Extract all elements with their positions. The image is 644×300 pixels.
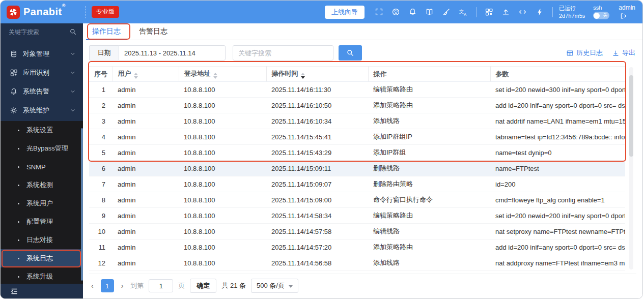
cell-login-address: 10.8.8.100 (179, 145, 266, 161)
cell-operation: 添加策略路由 (368, 98, 490, 113)
sort-icon-active[interactable] (301, 73, 305, 79)
sidebar-group-label: 系统维护 (23, 106, 65, 115)
cell-params: set id=200 newid=300 inif=any sport=0 dp… (490, 82, 625, 98)
pagination-bar: ‹ 1 › 到第 页 确定 共 21 条 500 条/页 (89, 274, 636, 293)
table-row: 5 admin 10.8.8.100 2025.11.14/15:43:29 添… (89, 145, 625, 161)
sidebar-group-object-mgmt[interactable]: 对象管理 (1, 44, 83, 63)
table-row: 11 admin 10.8.8.100 2025.11.14/14:57:20 … (89, 239, 625, 255)
uptime-value: 2d7h7m5s (559, 12, 585, 20)
onboarding-wizard-button[interactable]: 上线向导 (325, 6, 365, 19)
cell-operation: 编辑线路 (368, 224, 490, 239)
cell-user: admin (113, 113, 179, 129)
top-header: Panabit® 专业版 上线向导 文A 已运行 2d7h7m5s ssh (1, 1, 642, 23)
tab-operation-log[interactable]: 操作日志 (83, 23, 130, 40)
cell-login-address: 10.8.8.100 (179, 255, 266, 271)
sidebar-item-config-mgmt[interactable]: 配置管理 (1, 213, 83, 231)
cell-operation-time: 2025.11.14/14:56:58 (266, 255, 368, 271)
sidebar-item-bypass-mgmt[interactable]: 光Bypass管理 (1, 139, 83, 158)
col-header-operation-time[interactable]: 操作时间 (266, 67, 368, 82)
sidebar-group-app-identify[interactable]: 应用识别 (1, 63, 83, 82)
bullet-dot (18, 148, 19, 149)
ssh-toggle[interactable]: 关 (593, 12, 609, 19)
sidebar-item-system-log[interactable]: 系统日志 (1, 249, 83, 267)
col-header-user[interactable]: 用户 (113, 67, 179, 82)
sidebar-group-system-alarm[interactable]: 系统告警 (1, 82, 83, 101)
bell-icon (10, 87, 18, 96)
palette-icon[interactable] (389, 6, 403, 19)
keyword-search-input[interactable] (233, 45, 333, 61)
header-divider (85, 6, 86, 18)
search-icon[interactable] (69, 28, 77, 36)
confirm-button[interactable]: 确定 (190, 279, 216, 293)
goto-page-input[interactable] (149, 279, 173, 292)
cell-no: 5 (89, 145, 113, 161)
cell-user: admin (113, 176, 179, 192)
sidebar-search-input[interactable] (9, 28, 69, 36)
translate-icon[interactable]: 文A (457, 6, 470, 19)
cli-code-icon[interactable] (516, 6, 529, 19)
prev-page-button[interactable]: ‹ (89, 282, 96, 290)
history-log-link[interactable]: 历史日志 (566, 48, 603, 57)
cell-operation-time: 2025.11.14/15:09:00 (266, 192, 368, 208)
modules-grid-icon[interactable] (483, 6, 496, 19)
username-label[interactable]: admin (619, 4, 635, 11)
sidebar-groups: 对象管理 应用识别 系统告警 系统维护 (1, 40, 83, 121)
sidebar-item-system-upgrade[interactable]: 系统升级 (1, 267, 83, 286)
bell-icon[interactable] (406, 6, 419, 19)
sidebar-item-system-settings[interactable]: 系统设置 (1, 121, 83, 139)
filter-toolbar: 日期 历史日志 导出 (89, 45, 635, 61)
app-grid-icon (10, 69, 18, 77)
table-row: 4 admin 10.8.8.100 2025.11.14/15:45:41 添… (89, 129, 625, 145)
current-page-button[interactable]: 1 (101, 279, 114, 292)
sidebar-item-snmp[interactable]: SNMP (1, 158, 83, 176)
cell-login-address: 10.8.8.100 (179, 192, 266, 208)
collapse-sidebar-icon[interactable] (10, 287, 19, 296)
cell-user: admin (113, 224, 179, 239)
cell-operation: 添加线路 (368, 255, 490, 271)
sidebar-group-system-maintain[interactable]: 系统维护 (1, 101, 83, 119)
next-page-button[interactable]: › (119, 282, 126, 290)
search-button[interactable] (339, 45, 362, 61)
book-icon[interactable] (423, 6, 436, 19)
sidebar-item-system-users[interactable]: 系统用户 (1, 194, 83, 213)
bullet-dot (18, 203, 19, 204)
cell-no: 10 (89, 224, 113, 239)
cell-operation: 添加IP群组IP (368, 129, 490, 145)
cell-user: admin (113, 208, 179, 224)
logout-icon[interactable] (619, 12, 628, 20)
table-row: 3 admin 10.8.8.100 2025.11.14/16:10:34 添… (89, 113, 625, 129)
cell-login-address: 10.8.8.100 (179, 208, 266, 224)
cell-operation-time: 2025.11.14/14:57:20 (266, 239, 368, 255)
broom-icon[interactable] (440, 6, 453, 19)
sidebar-item-label: 配置管理 (26, 217, 53, 226)
cell-operation: 编辑策略路由 (368, 208, 490, 224)
sidebar-item-log-connect[interactable]: 日志对接 (1, 231, 83, 249)
panabit-app-window: Panabit® 专业版 上线向导 文A 已运行 2d7h7m5s ssh (0, 0, 643, 299)
bullet-dot (18, 166, 19, 168)
table-header-row: 序号 用户 登录地址 操作时间 操作 参数 (89, 67, 625, 82)
bullet-dot (18, 130, 19, 131)
sort-icon[interactable] (213, 73, 217, 79)
date-range-input[interactable] (119, 45, 226, 61)
sidebar-item-system-check[interactable]: 系统检测 (1, 176, 83, 194)
user-account: admin (619, 4, 635, 20)
fullscreen-icon[interactable] (373, 6, 386, 19)
bullet-dot (18, 221, 19, 223)
sort-icon[interactable] (134, 73, 138, 79)
upgrade-icon[interactable] (499, 6, 513, 19)
toggle-knob (594, 13, 600, 19)
main-content: 操作日志 告警日志 日期 历史日志 导出 (83, 23, 642, 298)
cell-user: admin (113, 161, 179, 176)
col-header-login-address[interactable]: 登录地址 (179, 67, 266, 82)
brand-logo[interactable]: Panabit® (7, 6, 79, 19)
chevron-down-icon (70, 107, 76, 113)
lightning-icon[interactable] (533, 6, 546, 19)
cell-operation-time: 2025.11.14/14:58:34 (266, 208, 368, 224)
table-scrollbar-thumb[interactable] (629, 75, 633, 157)
export-link[interactable]: 导出 (612, 48, 635, 57)
tab-alarm-log[interactable]: 告警日志 (130, 23, 177, 40)
cell-no: 2 (89, 98, 113, 113)
table-scrollbar-track (629, 67, 633, 269)
page-size-select[interactable]: 500 条/页 (251, 279, 298, 293)
cell-params: set id=200 newid=200 inif=any sport=0 dp… (490, 208, 625, 224)
